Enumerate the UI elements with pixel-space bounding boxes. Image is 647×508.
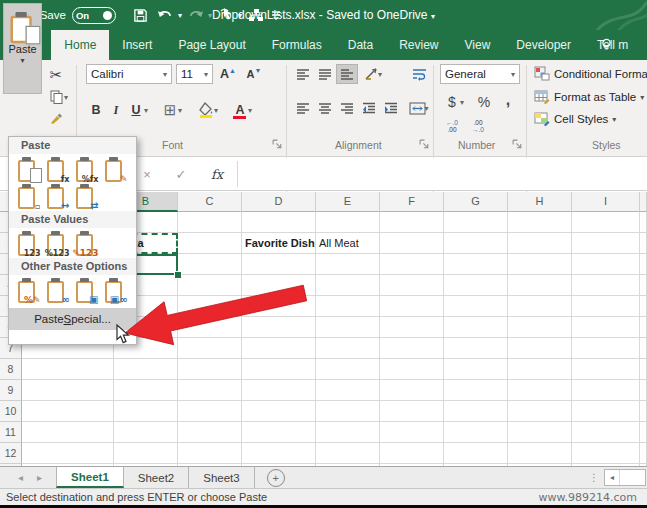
align-top-button[interactable] bbox=[292, 64, 314, 84]
sheet-tab[interactable]: Sheet2 bbox=[124, 467, 189, 488]
undo-button[interactable] bbox=[155, 4, 177, 26]
title-dropdown-icon[interactable]: ▾ bbox=[431, 12, 435, 21]
underline-dropdown-icon[interactable]: ▾ bbox=[144, 106, 148, 115]
ribbon-tab[interactable]: Formulas bbox=[259, 30, 335, 60]
formula-input[interactable] bbox=[240, 158, 647, 190]
align-left-button[interactable] bbox=[292, 98, 314, 118]
wrap-text-icon[interactable] bbox=[408, 64, 430, 84]
redo-dropdown-icon[interactable]: ▾ bbox=[208, 11, 212, 20]
increase-decimal-button[interactable]: ←.0 .00 bbox=[442, 116, 462, 136]
borders-icon[interactable]: ⊞ bbox=[160, 100, 180, 120]
align-bottom-button[interactable] bbox=[336, 64, 358, 84]
copy-dropdown-icon[interactable]: ▾ bbox=[64, 93, 68, 102]
increase-indent-icon[interactable] bbox=[380, 98, 402, 118]
row-header[interactable]: 11 bbox=[0, 422, 22, 443]
column-header[interactable]: I bbox=[572, 192, 640, 212]
font-family-select[interactable]: Calibri ▾ bbox=[86, 64, 172, 84]
italic-button[interactable]: I bbox=[106, 100, 126, 120]
undo-dropdown-icon[interactable]: ▾ bbox=[178, 11, 182, 20]
column-header[interactable]: E bbox=[316, 192, 380, 212]
fill-color-icon[interactable] bbox=[196, 100, 216, 120]
fill-handle[interactable] bbox=[174, 271, 182, 279]
paste-icon[interactable] bbox=[13, 156, 42, 183]
decrease-decimal-button[interactable]: .00 →.0 bbox=[468, 116, 488, 136]
cancel-icon[interactable]: × bbox=[134, 158, 160, 190]
format-painter-icon[interactable] bbox=[46, 108, 66, 128]
orientation-icon[interactable]: ▾ bbox=[360, 64, 386, 84]
format-as-table-button[interactable]: Format as Table ▾ bbox=[534, 90, 644, 104]
redo-button[interactable] bbox=[185, 4, 207, 26]
paste-transpose-icon[interactable]: ⇄ bbox=[71, 183, 100, 210]
column-header[interactable]: D bbox=[242, 192, 316, 212]
insert-function-icon[interactable]: fx bbox=[204, 158, 230, 190]
row-header[interactable]: 10 bbox=[0, 401, 22, 422]
paste-values-source-formatting-icon[interactable]: ✎123 bbox=[71, 230, 100, 257]
enter-icon[interactable]: ✓ bbox=[168, 158, 194, 190]
column-header[interactable] bbox=[640, 192, 647, 212]
next-sheet-icon[interactable]: ▸ bbox=[37, 472, 42, 483]
autosave-toggle[interactable]: On bbox=[72, 7, 116, 24]
touch-mouse-mode-icon[interactable] bbox=[215, 4, 237, 26]
horizontal-scrollbar[interactable]: ◂ bbox=[604, 469, 646, 486]
font-dialog-launcher-icon[interactable] bbox=[272, 139, 283, 150]
font-color-icon[interactable]: A bbox=[230, 100, 250, 120]
decrease-font-size-button[interactable]: A▼ bbox=[244, 64, 264, 84]
align-middle-button[interactable] bbox=[314, 64, 336, 84]
column-header[interactable]: C bbox=[178, 192, 242, 212]
column-header[interactable]: G bbox=[444, 192, 508, 212]
copy-icon[interactable] bbox=[46, 87, 66, 107]
borders-dropdown-icon[interactable]: ▾ bbox=[178, 106, 182, 115]
currency-dropdown-icon[interactable]: ▾ bbox=[460, 98, 464, 107]
paste-formatting-icon[interactable]: %✎ bbox=[13, 277, 42, 304]
percent-format-button[interactable]: % bbox=[474, 92, 494, 112]
increase-font-size-button[interactable]: A▲ bbox=[218, 64, 238, 84]
column-header[interactable]: F bbox=[380, 192, 444, 212]
row-header[interactable]: 9 bbox=[0, 380, 22, 401]
hierarchy-icon[interactable] bbox=[245, 4, 267, 26]
conditional-formatting-button[interactable]: Conditional Forma bbox=[534, 66, 647, 81]
ribbon-tab[interactable]: Page Layout bbox=[165, 30, 258, 60]
save-icon[interactable] bbox=[130, 4, 152, 26]
ribbon-tab[interactable]: Tell m bbox=[584, 30, 641, 60]
bold-button[interactable]: B bbox=[86, 100, 106, 120]
customize-qat-icon[interactable] bbox=[270, 4, 282, 26]
paste-linked-picture-icon[interactable]: ▣∞ bbox=[100, 277, 129, 304]
paste-values-icon[interactable]: 123 bbox=[13, 230, 42, 257]
paste-formulas-number-formatting-icon[interactable]: %fx bbox=[71, 156, 100, 183]
row-header[interactable]: 8 bbox=[0, 359, 22, 380]
paste-formulas-icon[interactable]: fx bbox=[42, 156, 71, 183]
scroll-left-icon[interactable]: ◂ bbox=[605, 470, 620, 485]
touch-mode-dropdown-icon[interactable]: ▾ bbox=[238, 11, 242, 20]
paste-special-menu-item[interactable]: Paste Special... bbox=[9, 308, 136, 330]
ribbon-tab[interactable]: View bbox=[452, 30, 504, 60]
ribbon-tab[interactable]: Insert bbox=[109, 30, 165, 60]
decrease-indent-icon[interactable] bbox=[358, 98, 380, 118]
tab-bar-resize-handle[interactable]: ⋮ bbox=[585, 467, 603, 488]
paste-keep-source-column-widths-icon[interactable]: ↔ bbox=[42, 183, 71, 210]
paste-link-icon[interactable]: ∞ bbox=[42, 277, 71, 304]
paste-no-borders-icon[interactable]: ▫ bbox=[13, 183, 42, 210]
sheet-tab[interactable]: Sheet3 bbox=[189, 467, 254, 488]
currency-format-button[interactable]: $ bbox=[442, 92, 462, 112]
cell-styles-button[interactable]: Cell Styles ▾ bbox=[534, 112, 616, 126]
prev-sheet-icon[interactable]: ◂ bbox=[18, 472, 23, 483]
paste-button[interactable]: Paste ▾ bbox=[3, 3, 42, 94]
column-header[interactable]: H bbox=[508, 192, 572, 212]
align-right-button[interactable] bbox=[336, 98, 358, 118]
paste-keep-source-formatting-icon[interactable]: ✎ bbox=[100, 156, 129, 183]
underline-button[interactable]: U bbox=[126, 100, 146, 120]
paste-values-number-formatting-icon[interactable]: %123 bbox=[42, 230, 71, 257]
merge-center-icon[interactable]: ▾ bbox=[404, 98, 434, 118]
number-dialog-launcher-icon[interactable] bbox=[512, 139, 523, 150]
fill-color-dropdown-icon[interactable]: ▾ bbox=[214, 106, 218, 115]
sheet-tab[interactable]: Sheet1 bbox=[56, 467, 124, 488]
row-header[interactable]: 12 bbox=[0, 443, 22, 464]
number-format-select[interactable]: General ▾ bbox=[440, 64, 520, 84]
new-sheet-button[interactable]: + bbox=[267, 469, 285, 487]
ribbon-tab[interactable]: Data bbox=[335, 30, 386, 60]
alignment-dialog-launcher-icon[interactable] bbox=[419, 139, 430, 150]
comma-format-button[interactable]: , bbox=[498, 90, 518, 110]
font-color-dropdown-icon[interactable]: ▾ bbox=[248, 106, 252, 115]
ribbon-tab[interactable]: Review bbox=[386, 30, 451, 60]
cut-icon[interactable]: ✂ bbox=[46, 65, 66, 85]
